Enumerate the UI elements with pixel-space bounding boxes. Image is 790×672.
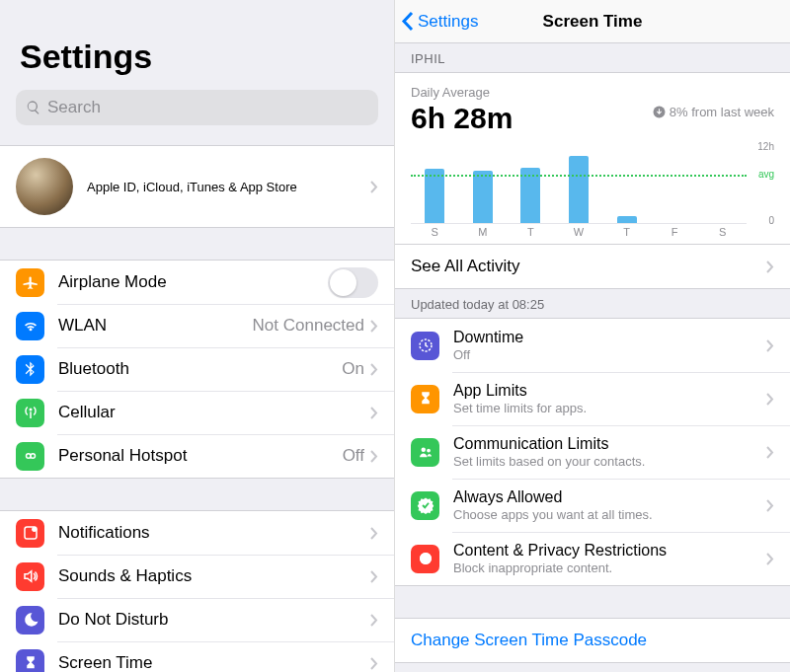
row-sub: Off	[453, 347, 766, 362]
no-entry-icon	[411, 545, 439, 573]
wifi-icon	[16, 312, 44, 340]
general-group: Notifications Sounds & Haptics Do Not Di…	[0, 510, 394, 672]
profile-label: Apple ID, iCloud, iTunes & App Store	[87, 180, 370, 194]
avatar	[16, 158, 73, 215]
row-label: Always Allowed	[453, 488, 766, 506]
row-sub: Block inappropriate content.	[453, 560, 766, 575]
chevron-right-icon	[370, 614, 378, 627]
bluetooth-icon	[16, 355, 44, 384]
sound-icon	[16, 562, 44, 591]
screen-time-pane: Settings Screen Time IPHIL Daily Average…	[395, 0, 790, 672]
hotspot-row[interactable]: Personal Hotspot Off	[0, 434, 394, 478]
y-top: 12h	[750, 141, 774, 152]
passcode-group: Change Screen Time Passcode	[395, 618, 790, 663]
row-label: Do Not Disturb	[58, 610, 370, 630]
app-limits-row[interactable]: App LimitsSet time limits for apps.	[395, 372, 790, 425]
row-label: Bluetooth	[58, 359, 342, 379]
always-allowed-row[interactable]: Always AllowedChoose apps you want at al…	[395, 479, 790, 532]
row-label: Downtime	[453, 329, 766, 346]
row-label: Cellular	[58, 403, 370, 422]
chevron-right-icon	[370, 181, 378, 193]
page-title: Settings	[0, 0, 394, 86]
back-label: Settings	[418, 12, 478, 32]
notifications-row[interactable]: Notifications	[0, 511, 394, 555]
connectivity-group: Airplane Mode WLAN Not Connected Bluetoo…	[0, 260, 394, 479]
back-button[interactable]: Settings	[395, 11, 478, 32]
row-label: See All Activity	[411, 257, 766, 276]
row-label: Personal Hotspot	[58, 446, 343, 466]
change-passcode-row[interactable]: Change Screen Time Passcode	[395, 619, 790, 662]
row-label: WLAN	[58, 316, 253, 336]
airplane-mode-row[interactable]: Airplane Mode	[0, 261, 394, 304]
see-all-group: See All Activity	[395, 245, 790, 289]
down-arrow-icon	[653, 106, 666, 118]
profile-row[interactable]: Apple ID, iCloud, iTunes & App Store	[0, 145, 394, 228]
search-input[interactable]: Search	[16, 90, 378, 125]
settings-pane: Settings Search Apple ID, iCloud, iTunes…	[0, 0, 395, 672]
daily-average-label: Daily Average	[411, 85, 774, 100]
row-label: Airplane Mode	[58, 272, 328, 292]
row-value: Not Connected	[253, 316, 364, 336]
svg-point-4	[421, 448, 426, 453]
row-label: Change Screen Time Passcode	[411, 631, 774, 650]
chevron-right-icon	[370, 450, 378, 463]
device-header: IPHIL	[395, 43, 790, 72]
chevron-right-icon	[370, 363, 378, 376]
row-label: Content & Privacy Restrictions	[453, 542, 766, 560]
row-sub: Set time limits for apps.	[453, 401, 766, 415]
notifications-icon	[16, 519, 44, 548]
nav-bar: Settings Screen Time	[395, 0, 790, 43]
updated-label: Updated today at 08:25	[395, 289, 790, 318]
search-placeholder: Search	[47, 98, 101, 117]
row-label: App Limits	[453, 382, 766, 400]
see-all-activity-row[interactable]: See All Activity	[395, 245, 790, 288]
chevron-right-icon	[370, 407, 378, 419]
search-icon	[26, 100, 41, 115]
moon-icon	[16, 606, 44, 635]
row-sub: Choose apps you want at all times.	[453, 507, 766, 522]
row-label: Notifications	[58, 523, 370, 543]
row-label: Screen Time	[58, 653, 370, 672]
usage-chart: 12h 0 avg SMTWTFS	[411, 145, 774, 240]
chevron-right-icon	[766, 499, 774, 512]
hotspot-icon	[16, 442, 44, 471]
hourglass-icon	[411, 385, 439, 413]
bluetooth-row[interactable]: Bluetooth On	[0, 347, 394, 391]
row-sub: Set limits based on your contacts.	[453, 454, 766, 469]
svg-point-1	[32, 527, 37, 532]
row-value: Off	[343, 446, 364, 466]
svg-point-5	[427, 449, 431, 453]
antenna-icon	[16, 399, 44, 427]
row-value: On	[342, 359, 364, 379]
chevron-right-icon	[370, 320, 378, 333]
chevron-right-icon	[370, 527, 378, 540]
screen-time-row[interactable]: Screen Time	[0, 641, 394, 672]
airplane-icon	[16, 268, 44, 297]
chevron-right-icon	[766, 553, 774, 565]
communication-limits-row[interactable]: Communication LimitsSet limits based on …	[395, 425, 790, 479]
row-label: Communication Limits	[453, 435, 766, 453]
row-label: Sounds & Haptics	[58, 566, 370, 586]
check-badge-icon	[411, 491, 439, 520]
stats-block: Daily Average 6h 28m 12h 0 avg SMTWTFS	[395, 72, 790, 245]
chevron-right-icon	[370, 657, 378, 670]
avg-label: avg	[758, 169, 774, 180]
hourglass-icon	[16, 649, 44, 673]
chevron-right-icon	[766, 446, 774, 459]
chevron-left-icon	[401, 11, 414, 32]
content-restrictions-row[interactable]: Content & Privacy RestrictionsBlock inap…	[395, 532, 790, 585]
sounds-row[interactable]: Sounds & Haptics	[0, 555, 394, 598]
cellular-row[interactable]: Cellular	[0, 391, 394, 434]
limits-group: DowntimeOff App LimitsSet time limits fo…	[395, 318, 790, 586]
wlan-row[interactable]: WLAN Not Connected	[0, 304, 394, 347]
contacts-icon	[411, 438, 439, 467]
chevron-right-icon	[766, 261, 774, 273]
chevron-right-icon	[766, 393, 774, 406]
downtime-row[interactable]: DowntimeOff	[395, 319, 790, 372]
delta-label: 8% from last week	[653, 105, 774, 119]
downtime-icon	[411, 332, 439, 360]
airplane-toggle[interactable]	[328, 267, 378, 298]
dnd-row[interactable]: Do Not Disturb	[0, 598, 394, 641]
y-bot: 0	[750, 215, 774, 226]
chevron-right-icon	[370, 570, 378, 583]
